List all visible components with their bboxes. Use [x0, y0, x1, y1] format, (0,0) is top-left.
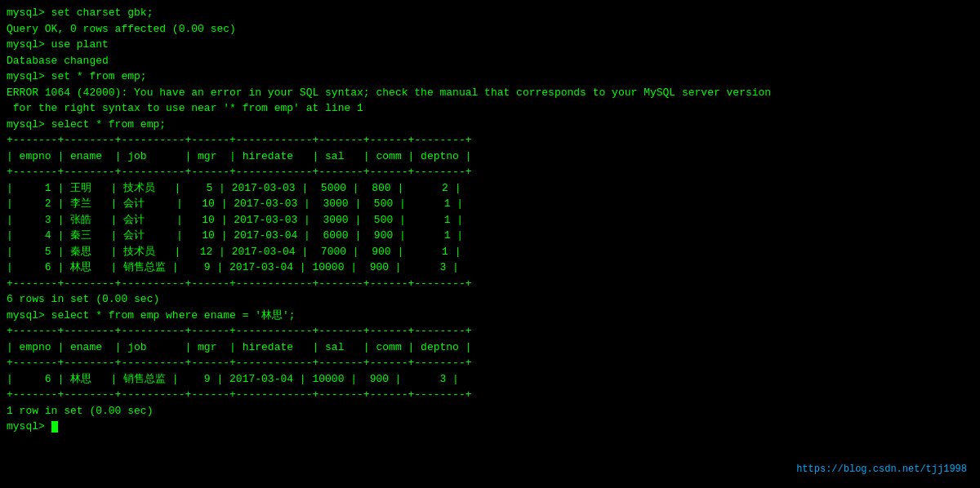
terminal-line: +-------+--------+----------+------+----… — [7, 387, 973, 403]
terminal-window: mysql> set charset gbk;Query OK, 0 rows … — [7, 5, 973, 483]
terminal-line: mysql> select * from emp where ename = '… — [7, 308, 973, 324]
watermark: https://blog.csdn.net/tjj1998 — [796, 462, 967, 477]
terminal-line: +-------+--------+----------+------+----… — [7, 132, 973, 149]
terminal-cursor — [51, 421, 58, 433]
terminal-line: +-------+--------+----------+------+----… — [7, 276, 973, 292]
terminal-line: 6 rows in set (0.00 sec) — [7, 291, 973, 308]
terminal-line: for the right syntax to use near '* from… — [7, 100, 973, 117]
terminal-line: +-------+--------+----------+------+----… — [7, 323, 973, 339]
terminal-line: Database changed — [7, 53, 973, 69]
terminal-line: ERROR 1064 (42000): You have an error in… — [7, 85, 973, 101]
terminal-line: | 6 | 林思 | 销售总监 | 9 | 2017-03-04 | 10000… — [7, 371, 973, 388]
terminal-line: +-------+--------+----------+------+----… — [7, 355, 973, 371]
terminal-line: | 2 | 李兰 | 会计 | 10 | 2017-03-03 | 3000 |… — [7, 196, 973, 212]
terminal-line: | 4 | 秦三 | 会计 | 10 | 2017-03-04 | 6000 |… — [7, 228, 973, 244]
terminal-line: mysql> set charset gbk; — [7, 5, 973, 21]
terminal-line: Query OK, 0 rows affected (0.00 sec) — [7, 21, 973, 38]
terminal-line: | 5 | 秦思 | 技术员 | 12 | 2017-03-04 | 7000 … — [7, 244, 973, 260]
terminal-line: | 6 | 林思 | 销售总监 | 9 | 2017-03-04 | 10000… — [7, 260, 973, 276]
terminal-line: | empno | ename | job | mgr | hiredate |… — [7, 339, 973, 356]
terminal-line: mysql> set * from emp; — [7, 69, 973, 85]
terminal-line: 1 row in set (0.00 sec) — [7, 403, 973, 419]
terminal-line: | 3 | 张皓 | 会计 | 10 | 2017-03-03 | 3000 |… — [7, 212, 973, 228]
terminal-line: mysql> use plant — [7, 37, 973, 53]
terminal-line: mysql> — [7, 419, 973, 435]
terminal-line: | 1 | 王明 | 技术员 | 5 | 2017-03-03 | 5000 |… — [7, 180, 973, 197]
terminal-line: mysql> select * from emp; — [7, 117, 973, 133]
terminal-line: | empno | ename | job | mgr | hiredate |… — [7, 149, 973, 165]
terminal-line: +-------+--------+----------+------+----… — [7, 164, 973, 180]
terminal-content: mysql> set charset gbk;Query OK, 0 rows … — [7, 5, 973, 435]
